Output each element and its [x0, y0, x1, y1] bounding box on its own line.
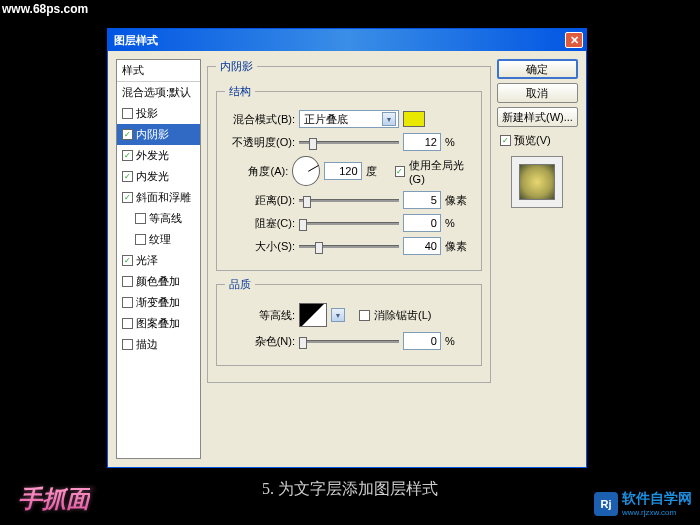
style-item[interactable]: 内发光: [117, 166, 200, 187]
px-unit2: 像素: [445, 239, 473, 254]
chevron-down-icon: ▼: [382, 112, 396, 126]
opacity-input[interactable]: [403, 133, 441, 151]
style-label: 内阴影: [136, 127, 169, 142]
chevron-down-icon[interactable]: ▼: [331, 308, 345, 322]
ok-button[interactable]: 确定: [497, 59, 578, 79]
watermark-url: www.68ps.com: [2, 2, 88, 16]
logo-left: 手抓面: [18, 483, 90, 515]
layer-style-dialog: 图层样式 ✕ 样式 混合选项:默认 投影内阴影外发光内发光斜面和浮雕等高线纹理光…: [107, 28, 587, 468]
preview-label: 预览(V): [514, 133, 551, 148]
choke-input[interactable]: [403, 214, 441, 232]
dialog-title: 图层样式: [114, 33, 158, 48]
choke-label: 阻塞(C):: [225, 216, 295, 231]
angle-dial[interactable]: [292, 156, 319, 186]
rj-site-url: www.rjzxw.com: [622, 508, 692, 517]
noise-slider[interactable]: [299, 340, 399, 343]
preview-checkbox[interactable]: [500, 135, 511, 146]
global-light-checkbox[interactable]: [395, 166, 405, 177]
angle-input[interactable]: [324, 162, 362, 180]
noise-input[interactable]: [403, 332, 441, 350]
style-item[interactable]: 外发光: [117, 145, 200, 166]
style-checkbox[interactable]: [122, 339, 133, 350]
size-label: 大小(S):: [225, 239, 295, 254]
rj-icon: Rj: [594, 492, 618, 516]
blend-mode-value: 正片叠底: [304, 112, 348, 127]
style-item[interactable]: 图案叠加: [117, 313, 200, 334]
style-item[interactable]: 内阴影: [117, 124, 200, 145]
styles-panel: 样式 混合选项:默认 投影内阴影外发光内发光斜面和浮雕等高线纹理光泽颜色叠加渐变…: [116, 59, 201, 459]
cancel-button[interactable]: 取消: [497, 83, 578, 103]
choke-slider[interactable]: [299, 222, 399, 225]
antialias-label: 消除锯齿(L): [374, 308, 431, 323]
percent-unit2: %: [445, 217, 473, 229]
style-item[interactable]: 描边: [117, 334, 200, 355]
style-item[interactable]: 渐变叠加: [117, 292, 200, 313]
style-checkbox[interactable]: [122, 150, 133, 161]
percent-unit: %: [445, 136, 473, 148]
distance-label: 距离(D):: [225, 193, 295, 208]
right-panel: 确定 取消 新建样式(W)... 预览(V): [497, 59, 578, 459]
structure-title: 结构: [225, 84, 255, 99]
style-checkbox[interactable]: [122, 297, 133, 308]
blend-mode-label: 混合模式(B):: [225, 112, 295, 127]
px-unit: 像素: [445, 193, 473, 208]
style-label: 图案叠加: [136, 316, 180, 331]
style-checkbox[interactable]: [122, 192, 133, 203]
style-label: 光泽: [136, 253, 158, 268]
style-label: 投影: [136, 106, 158, 121]
style-label: 纹理: [149, 232, 171, 247]
rj-site-name: 软件自学网: [622, 490, 692, 508]
new-style-button[interactable]: 新建样式(W)...: [497, 107, 578, 127]
preview-thumbnail: [511, 156, 563, 208]
titlebar: 图层样式 ✕: [108, 29, 586, 51]
style-item[interactable]: 投影: [117, 103, 200, 124]
preview-swatch: [519, 164, 555, 200]
style-checkbox[interactable]: [135, 213, 146, 224]
style-item[interactable]: 等高线: [117, 208, 200, 229]
style-checkbox[interactable]: [122, 108, 133, 119]
global-light-label: 使用全局光(G): [409, 158, 473, 185]
angle-label: 角度(A):: [225, 164, 288, 179]
style-item[interactable]: 颜色叠加: [117, 271, 200, 292]
style-label: 描边: [136, 337, 158, 352]
distance-slider[interactable]: [299, 199, 399, 202]
style-label: 等高线: [149, 211, 182, 226]
quality-fieldset: 品质 等高线: ▼ 消除锯齿(L) 杂色(N): %: [216, 277, 482, 366]
opacity-slider[interactable]: [299, 141, 399, 144]
structure-fieldset: 结构 混合模式(B): 正片叠底 ▼ 不透明度(O): %: [216, 84, 482, 271]
shadow-color-swatch[interactable]: [403, 111, 425, 127]
style-item[interactable]: 纹理: [117, 229, 200, 250]
quality-title: 品质: [225, 277, 255, 292]
panel-title: 内阴影: [216, 59, 257, 74]
style-checkbox[interactable]: [122, 255, 133, 266]
styles-header: 样式: [117, 60, 200, 82]
degree-unit: 度: [366, 164, 391, 179]
blend-mode-select[interactable]: 正片叠底 ▼: [299, 110, 399, 128]
blend-options-item[interactable]: 混合选项:默认: [117, 82, 200, 103]
percent-unit3: %: [445, 335, 473, 347]
antialias-checkbox[interactable]: [359, 310, 370, 321]
style-label: 斜面和浮雕: [136, 190, 191, 205]
inner-shadow-fieldset: 内阴影 结构 混合模式(B): 正片叠底 ▼ 不透明度(O):: [207, 59, 491, 383]
style-checkbox[interactable]: [122, 171, 133, 182]
size-slider[interactable]: [299, 245, 399, 248]
distance-input[interactable]: [403, 191, 441, 209]
style-label: 外发光: [136, 148, 169, 163]
noise-label: 杂色(N):: [225, 334, 295, 349]
opacity-label: 不透明度(O):: [225, 135, 295, 150]
style-label: 内发光: [136, 169, 169, 184]
close-icon[interactable]: ✕: [565, 32, 583, 48]
style-label: 渐变叠加: [136, 295, 180, 310]
style-checkbox[interactable]: [135, 234, 146, 245]
center-panel: 内阴影 结构 混合模式(B): 正片叠底 ▼ 不透明度(O):: [207, 59, 491, 459]
logo-right: Rj 软件自学网 www.rjzxw.com: [594, 490, 692, 517]
style-checkbox[interactable]: [122, 318, 133, 329]
contour-label: 等高线:: [225, 308, 295, 323]
contour-picker[interactable]: [299, 303, 327, 327]
style-checkbox[interactable]: [122, 129, 133, 140]
style-label: 颜色叠加: [136, 274, 180, 289]
size-input[interactable]: [403, 237, 441, 255]
style-checkbox[interactable]: [122, 276, 133, 287]
style-item[interactable]: 斜面和浮雕: [117, 187, 200, 208]
style-item[interactable]: 光泽: [117, 250, 200, 271]
